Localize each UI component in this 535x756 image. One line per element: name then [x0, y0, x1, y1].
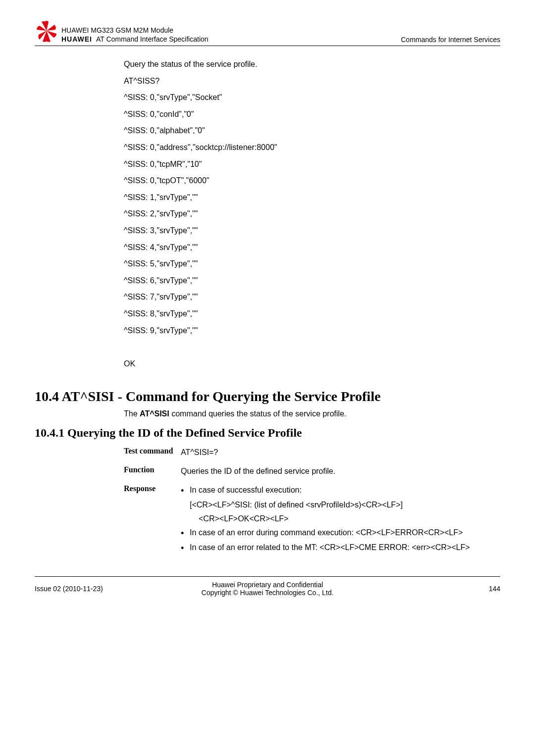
subtext-pre: The	[124, 409, 140, 418]
example-line: ^SISS: 4,"srvType",""	[124, 239, 500, 256]
footer-center: Huawei Proprietary and Confidential Copy…	[119, 581, 416, 597]
def-row-test: Test command AT^SISI=?	[124, 447, 500, 458]
footer-center-line1: Huawei Proprietary and Confidential	[119, 581, 416, 589]
definition-table: Test command AT^SISI=? Function Queries …	[124, 447, 500, 556]
def-desc-test: AT^SISI=?	[181, 447, 500, 458]
example-line: ^SISS: 0,"srvType","Socket"	[124, 89, 500, 106]
example-line: ^SISS: 0,"tcpMR","10"	[124, 156, 500, 173]
response-item-1b: <CR><LF>OK<CR><LF>	[181, 513, 500, 525]
example-line: ^SISS: 8,"srvType",""	[124, 305, 500, 322]
footer-center-line2: Copyright © Huawei Technologies Co., Ltd…	[119, 589, 416, 597]
example-line: ^SISS: 1,"srvType",""	[124, 189, 500, 206]
example-line: ^SISS: 6,"srvType",""	[124, 272, 500, 289]
def-term-response: Response	[124, 484, 181, 493]
page-footer: Issue 02 (2010-11-23) Huawei Proprietary…	[35, 576, 500, 597]
example-line: ^SISS: 7,"srvType",""	[124, 289, 500, 305]
response-item-3: In case of an error related to the MT: <…	[181, 542, 500, 554]
def-row-function: Function Queries the ID of the defined s…	[124, 465, 500, 477]
example-line: ^SISS: 9,"srvType",""	[124, 322, 500, 339]
example-line: ^SISS: 0,"address","socktcp://listener:8…	[124, 139, 500, 156]
brand-name: HUAWEI	[61, 35, 92, 43]
section-subtext: The AT^SISI command queries the status o…	[124, 409, 500, 418]
footer-left: Issue 02 (2010-11-23)	[35, 585, 119, 593]
def-desc-response: In case of successful execution: [<CR><L…	[181, 484, 500, 556]
huawei-logo-icon	[35, 20, 58, 44]
example-line: ^SISS: 0,"alphabet","0"	[124, 122, 500, 139]
response-item-1a: [<CR><LF>^SISI: (list of defined <srvPro…	[181, 499, 500, 511]
example-line: ^SISS: 2,"srvType",""	[124, 205, 500, 222]
example-block: Query the status of the service profile.…	[124, 56, 500, 372]
response-item-2: In case of an error during command execu…	[181, 527, 500, 539]
example-intro: Query the status of the service profile.	[124, 56, 500, 73]
example-line: ^SISS: 0,"conId","0"	[124, 106, 500, 123]
brand-text-block: HUAWEI MG323 GSM M2M Module HUAWEI AT Co…	[61, 26, 209, 44]
page-container: HUAWEI MG323 GSM M2M Module HUAWEI AT Co…	[0, 0, 535, 611]
header-left: HUAWEI MG323 GSM M2M Module HUAWEI AT Co…	[35, 20, 209, 44]
subtext-post: command queries the status of the servic…	[169, 409, 347, 418]
subtext-bold: AT^SISI	[140, 409, 169, 418]
def-term-test: Test command	[124, 447, 181, 455]
response-item-1: In case of successful execution:	[181, 484, 500, 496]
def-row-response: Response In case of successful execution…	[124, 484, 500, 556]
example-line: ^SISS: 3,"srvType",""	[124, 222, 500, 239]
footer-page-number: 144	[416, 585, 500, 593]
subsection-heading: 10.4.1 Querying the ID of the Defined Se…	[35, 426, 500, 440]
header-right: Commands for Internet Services	[401, 36, 500, 44]
page-header: HUAWEI MG323 GSM M2M Module HUAWEI AT Co…	[35, 20, 500, 46]
header-line2: AT Command Interface Specification	[96, 35, 209, 43]
header-line1: HUAWEI MG323 GSM M2M Module	[61, 26, 209, 35]
example-line: AT^SISS?	[124, 73, 500, 90]
example-line: ^SISS: 0,"tcpOT","6000"	[124, 172, 500, 189]
example-ok: OK	[124, 355, 500, 372]
example-line: ^SISS: 5,"srvType",""	[124, 255, 500, 272]
def-desc-function: Queries the ID of the defined service pr…	[181, 465, 500, 477]
def-term-function: Function	[124, 465, 181, 474]
section-heading: 10.4 AT^SISI - Command for Querying the …	[35, 389, 500, 404]
